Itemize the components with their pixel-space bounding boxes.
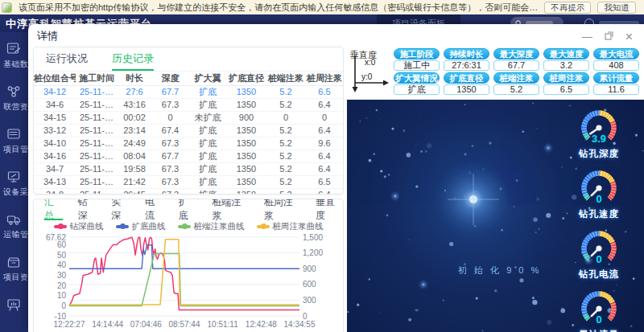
column-header: 扩底直径	[226, 72, 266, 85]
table-row[interactable]: 34-825-11-…26:4567.3扩底13505.26.4	[34, 188, 344, 195]
gauge-value: 0	[596, 314, 601, 326]
table-cell: 34-13	[34, 175, 76, 188]
chart-tab-桩周注浆[interactable]: 桩周注浆	[264, 199, 300, 220]
chart-tab-桩端注浆[interactable]: 桩端注浆	[212, 199, 248, 220]
close-icon[interactable]: ×	[625, 31, 633, 42]
legend-item-桩周注浆曲线[interactable]: 桩周注浆曲线	[257, 221, 324, 232]
svg-text:600: 600	[303, 280, 316, 289]
gauge-累计流量: 0累计流量	[578, 291, 620, 332]
table-cell: 扩底	[189, 188, 226, 195]
table-cell: 扩底	[189, 150, 226, 162]
gauge-dial: 3.9	[578, 110, 620, 148]
table-cell: 34-7	[34, 162, 76, 175]
table-cell: 25-11-…	[76, 98, 118, 111]
dismiss-warning-button[interactable]: 不再提示	[544, 2, 591, 14]
table-cell: 67.7	[151, 150, 189, 162]
chart-tab-垂直度[interactable]: 垂直度	[316, 199, 343, 220]
table-row[interactable]: 34-1325-11-…21:4267.3扩底13505.26.5	[34, 175, 344, 188]
sidebar-item-设备采集[interactable]: 设备采集	[0, 160, 28, 203]
chart-tab-扩底[interactable]: 扩底	[179, 199, 197, 220]
chart-tab-汇总[interactable]: 汇总	[44, 199, 63, 220]
table-row[interactable]: 34-1525-11-…00:020未扩底90000	[34, 111, 344, 124]
stat-badges: 施工阶段施工中持续时长27:6:31最大深度67.7最大速度3.2最大电流408…	[394, 46, 641, 100]
tab-运行状况[interactable]: 运行状况	[46, 47, 88, 71]
legend-marker	[116, 225, 129, 228]
svg-text:-10: -10	[55, 312, 67, 321]
table-row[interactable]: 34-725-11-…19:5867.3扩底13505.26.4	[34, 162, 344, 175]
presentation-board-icon	[6, 297, 22, 312]
legend-item-扩底曲线[interactable]: 扩底曲线	[116, 221, 166, 232]
table-cell: 23:14	[118, 124, 151, 137]
sidebar-item-项目管理[interactable]: 项目管理	[0, 117, 28, 160]
svg-text:10: 10	[57, 291, 67, 300]
table-row[interactable]: 34-1025-11-…24:4967.3扩底13505.29.6	[34, 137, 344, 150]
tab-历史记录[interactable]: 历史记录	[112, 47, 154, 71]
gauge-label: 钻孔速度	[579, 208, 619, 220]
acknowledge-warning-button[interactable]: 我知道	[597, 2, 636, 14]
sidebar-item-label: 设备采集	[3, 186, 28, 198]
svg-text:60: 60	[57, 240, 67, 249]
stat-badge-label: 扩底直径	[444, 72, 489, 84]
chart-tab-钻深[interactable]: 钻深	[78, 199, 97, 220]
stat-badge-label: 桩周注浆	[543, 72, 589, 84]
stat-badge-value: 施工中	[394, 60, 440, 71]
column-header: 扩大翼	[189, 72, 226, 85]
sidebar-item-label: 项目管理	[3, 144, 28, 155]
table-row[interactable]: 33-1225-11-…23:1467.4扩底13505.26.4	[34, 124, 344, 137]
verticality-axis-icon: x:0 y:0	[349, 54, 394, 96]
sidebar-item-运输管理[interactable]: 运输管理	[0, 203, 28, 245]
table-cell: 25-11-…	[76, 124, 118, 137]
svg-text:30: 30	[57, 271, 67, 280]
stat-badge-value: 扩底	[394, 84, 440, 95]
sidebar-item-项目资料[interactable]: 项目资料	[0, 245, 28, 288]
sidebar-item-extra-6[interactable]	[0, 288, 28, 330]
sidebar-item-label: 运输管理	[3, 229, 28, 240]
history-column: 运行状况历史记录 桩位组合号施工时间时长深度扩大翼扩底直径桩端注浆桩周注浆 34…	[28, 45, 347, 332]
table-cell: 6.4	[305, 98, 344, 111]
table-row[interactable]: 34-1225-11-…27:667.7扩底13505.26.5	[34, 85, 344, 98]
stat-badge-value: 1350	[444, 84, 489, 95]
chart-tab-实深[interactable]: 实深	[111, 199, 130, 220]
table-cell: 5.2	[266, 150, 305, 162]
sidebar-item-label: 联营资源	[3, 101, 28, 113]
stat-badge-桩周注浆: 桩周注浆6.5	[543, 72, 589, 96]
svg-text:08:57:44: 08:57:44	[169, 320, 200, 329]
warning-message: 该页面采用不加密的http传输协议，与你建立的连接不安全，请勿在页面内输入任何敏…	[19, 2, 538, 14]
table-row[interactable]: 34-1625-11-…08:0467.7扩底13505.26.4	[34, 150, 344, 162]
sidebar-item-联营资源[interactable]: 联营资源	[0, 75, 28, 117]
series-桩端注浆曲线	[69, 253, 299, 305]
minimize-icon[interactable]: —	[582, 31, 592, 42]
chart-tab-电流[interactable]: 电流	[145, 199, 163, 220]
modal-header: 详情 — ×	[28, 24, 644, 45]
table-cell: 33-12	[34, 124, 76, 137]
table-cell: 26:45	[118, 188, 151, 195]
table-cell: 1350	[226, 150, 266, 162]
summary-line-chart: 1,5001,200900600300067.626050403020100-1…	[34, 232, 344, 330]
stat-badge-label: 最大速度	[543, 48, 589, 59]
stat-badge-value: 11.6	[593, 84, 639, 95]
table-cell: 1350	[226, 162, 266, 175]
svg-text:12:42:48: 12:42:48	[246, 320, 277, 329]
table-cell: 6.4	[305, 188, 344, 195]
table-cell: 08:04	[118, 150, 151, 162]
stat-badge-施工阶段: 施工阶段施工中	[394, 48, 440, 72]
stat-badge-label: 施工阶段	[394, 48, 440, 59]
legend-item-钻深曲线[interactable]: 钻深曲线	[54, 221, 104, 232]
column-header: 桩位组合号	[34, 72, 76, 85]
legend-label: 桩周注浆曲线	[273, 221, 324, 232]
sidebar-item-基础数据[interactable]: 基础数据	[0, 32, 28, 75]
table-cell: 25-11-…	[76, 150, 118, 162]
stat-badge-value: 3.2	[543, 60, 589, 71]
table-row[interactable]: 34-625-11-…43:1667.3扩底13505.26.4	[34, 98, 344, 111]
maximize-icon[interactable]	[605, 31, 613, 42]
table-cell: 0	[305, 111, 344, 124]
table-cell: 25-11-…	[76, 137, 118, 150]
table-cell: 19:58	[118, 162, 151, 175]
table-cell: 6.4	[305, 162, 344, 175]
stat-badge-label: 累计流量	[593, 72, 639, 84]
table-cell: 67.3	[151, 137, 189, 150]
stat-badge-value: 6.5	[543, 84, 589, 95]
stat-badge-累计流量: 累计流量11.6	[593, 72, 639, 96]
legend-item-桩端注浆曲线[interactable]: 桩端注浆曲线	[178, 221, 245, 232]
svg-text:0: 0	[303, 312, 308, 321]
